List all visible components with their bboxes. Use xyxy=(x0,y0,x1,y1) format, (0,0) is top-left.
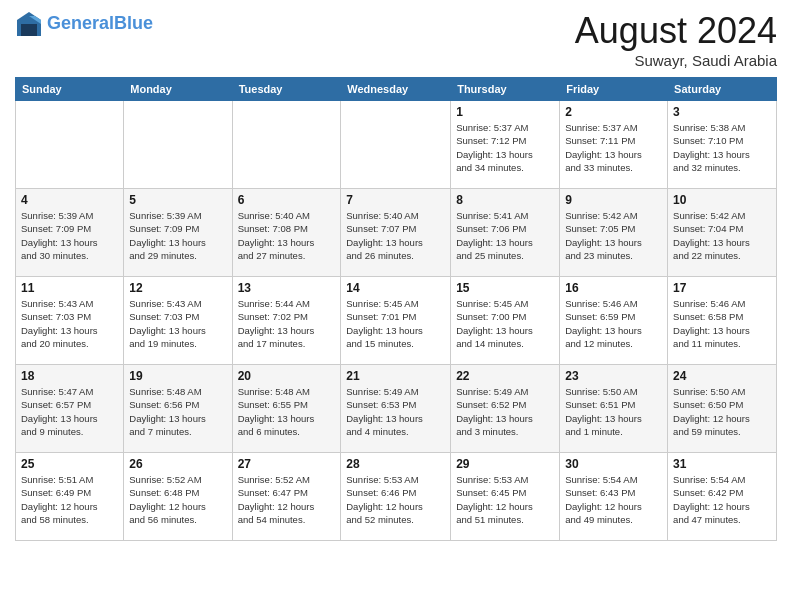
calendar-cell: 12Sunrise: 5:43 AM Sunset: 7:03 PM Dayli… xyxy=(124,277,232,365)
weekday-header-row: Sunday Monday Tuesday Wednesday Thursday… xyxy=(16,78,777,101)
day-number: 11 xyxy=(21,281,118,295)
day-number: 27 xyxy=(238,457,336,471)
week-row-3: 11Sunrise: 5:43 AM Sunset: 7:03 PM Dayli… xyxy=(16,277,777,365)
calendar-cell xyxy=(124,101,232,189)
header-friday: Friday xyxy=(560,78,668,101)
day-number: 13 xyxy=(238,281,336,295)
day-info: Sunrise: 5:39 AM Sunset: 7:09 PM Dayligh… xyxy=(21,209,118,262)
header-sunday: Sunday xyxy=(16,78,124,101)
calendar-cell: 29Sunrise: 5:53 AM Sunset: 6:45 PM Dayli… xyxy=(451,453,560,541)
day-info: Sunrise: 5:53 AM Sunset: 6:46 PM Dayligh… xyxy=(346,473,445,526)
day-number: 7 xyxy=(346,193,445,207)
day-number: 5 xyxy=(129,193,226,207)
day-number: 26 xyxy=(129,457,226,471)
day-info: Sunrise: 5:37 AM Sunset: 7:12 PM Dayligh… xyxy=(456,121,554,174)
logo: GeneralBlue xyxy=(15,10,153,38)
day-number: 8 xyxy=(456,193,554,207)
day-info: Sunrise: 5:44 AM Sunset: 7:02 PM Dayligh… xyxy=(238,297,336,350)
calendar-cell: 2Sunrise: 5:37 AM Sunset: 7:11 PM Daylig… xyxy=(560,101,668,189)
header-wednesday: Wednesday xyxy=(341,78,451,101)
day-info: Sunrise: 5:37 AM Sunset: 7:11 PM Dayligh… xyxy=(565,121,662,174)
day-info: Sunrise: 5:40 AM Sunset: 7:07 PM Dayligh… xyxy=(346,209,445,262)
header-tuesday: Tuesday xyxy=(232,78,341,101)
day-info: Sunrise: 5:42 AM Sunset: 7:04 PM Dayligh… xyxy=(673,209,771,262)
calendar-cell: 11Sunrise: 5:43 AM Sunset: 7:03 PM Dayli… xyxy=(16,277,124,365)
day-number: 4 xyxy=(21,193,118,207)
month-title: August 2024 xyxy=(575,10,777,52)
location-subtitle: Suwayr, Saudi Arabia xyxy=(575,52,777,69)
day-number: 31 xyxy=(673,457,771,471)
day-number: 9 xyxy=(565,193,662,207)
day-number: 12 xyxy=(129,281,226,295)
title-block: August 2024 Suwayr, Saudi Arabia xyxy=(575,10,777,69)
calendar-cell: 31Sunrise: 5:54 AM Sunset: 6:42 PM Dayli… xyxy=(668,453,777,541)
day-info: Sunrise: 5:49 AM Sunset: 6:52 PM Dayligh… xyxy=(456,385,554,438)
logo-text: GeneralBlue xyxy=(47,14,153,34)
calendar-cell: 17Sunrise: 5:46 AM Sunset: 6:58 PM Dayli… xyxy=(668,277,777,365)
day-info: Sunrise: 5:46 AM Sunset: 6:59 PM Dayligh… xyxy=(565,297,662,350)
day-info: Sunrise: 5:48 AM Sunset: 6:55 PM Dayligh… xyxy=(238,385,336,438)
logo-general: General xyxy=(47,13,114,33)
day-info: Sunrise: 5:54 AM Sunset: 6:42 PM Dayligh… xyxy=(673,473,771,526)
day-number: 22 xyxy=(456,369,554,383)
day-number: 30 xyxy=(565,457,662,471)
day-info: Sunrise: 5:53 AM Sunset: 6:45 PM Dayligh… xyxy=(456,473,554,526)
day-number: 19 xyxy=(129,369,226,383)
day-info: Sunrise: 5:45 AM Sunset: 7:01 PM Dayligh… xyxy=(346,297,445,350)
calendar-cell: 23Sunrise: 5:50 AM Sunset: 6:51 PM Dayli… xyxy=(560,365,668,453)
week-row-5: 25Sunrise: 5:51 AM Sunset: 6:49 PM Dayli… xyxy=(16,453,777,541)
calendar-cell: 14Sunrise: 5:45 AM Sunset: 7:01 PM Dayli… xyxy=(341,277,451,365)
day-info: Sunrise: 5:48 AM Sunset: 6:56 PM Dayligh… xyxy=(129,385,226,438)
day-number: 25 xyxy=(21,457,118,471)
day-number: 14 xyxy=(346,281,445,295)
day-number: 15 xyxy=(456,281,554,295)
calendar-cell: 13Sunrise: 5:44 AM Sunset: 7:02 PM Dayli… xyxy=(232,277,341,365)
page: GeneralBlue August 2024 Suwayr, Saudi Ar… xyxy=(0,0,792,551)
day-info: Sunrise: 5:38 AM Sunset: 7:10 PM Dayligh… xyxy=(673,121,771,174)
day-info: Sunrise: 5:50 AM Sunset: 6:51 PM Dayligh… xyxy=(565,385,662,438)
day-info: Sunrise: 5:50 AM Sunset: 6:50 PM Dayligh… xyxy=(673,385,771,438)
day-info: Sunrise: 5:54 AM Sunset: 6:43 PM Dayligh… xyxy=(565,473,662,526)
calendar-cell: 24Sunrise: 5:50 AM Sunset: 6:50 PM Dayli… xyxy=(668,365,777,453)
day-info: Sunrise: 5:51 AM Sunset: 6:49 PM Dayligh… xyxy=(21,473,118,526)
day-info: Sunrise: 5:52 AM Sunset: 6:48 PM Dayligh… xyxy=(129,473,226,526)
calendar-cell: 28Sunrise: 5:53 AM Sunset: 6:46 PM Dayli… xyxy=(341,453,451,541)
day-info: Sunrise: 5:46 AM Sunset: 6:58 PM Dayligh… xyxy=(673,297,771,350)
logo-icon xyxy=(15,10,43,38)
calendar-cell: 26Sunrise: 5:52 AM Sunset: 6:48 PM Dayli… xyxy=(124,453,232,541)
day-info: Sunrise: 5:52 AM Sunset: 6:47 PM Dayligh… xyxy=(238,473,336,526)
header-thursday: Thursday xyxy=(451,78,560,101)
calendar-cell: 6Sunrise: 5:40 AM Sunset: 7:08 PM Daylig… xyxy=(232,189,341,277)
week-row-2: 4Sunrise: 5:39 AM Sunset: 7:09 PM Daylig… xyxy=(16,189,777,277)
day-info: Sunrise: 5:42 AM Sunset: 7:05 PM Dayligh… xyxy=(565,209,662,262)
day-info: Sunrise: 5:43 AM Sunset: 7:03 PM Dayligh… xyxy=(21,297,118,350)
day-info: Sunrise: 5:39 AM Sunset: 7:09 PM Dayligh… xyxy=(129,209,226,262)
calendar-cell: 25Sunrise: 5:51 AM Sunset: 6:49 PM Dayli… xyxy=(16,453,124,541)
header-saturday: Saturday xyxy=(668,78,777,101)
calendar-cell xyxy=(341,101,451,189)
calendar-cell: 8Sunrise: 5:41 AM Sunset: 7:06 PM Daylig… xyxy=(451,189,560,277)
header: GeneralBlue August 2024 Suwayr, Saudi Ar… xyxy=(15,10,777,69)
calendar-cell xyxy=(232,101,341,189)
calendar-cell: 22Sunrise: 5:49 AM Sunset: 6:52 PM Dayli… xyxy=(451,365,560,453)
calendar-cell: 5Sunrise: 5:39 AM Sunset: 7:09 PM Daylig… xyxy=(124,189,232,277)
svg-rect-2 xyxy=(21,24,37,36)
week-row-4: 18Sunrise: 5:47 AM Sunset: 6:57 PM Dayli… xyxy=(16,365,777,453)
calendar-cell: 21Sunrise: 5:49 AM Sunset: 6:53 PM Dayli… xyxy=(341,365,451,453)
day-number: 24 xyxy=(673,369,771,383)
logo-blue: Blue xyxy=(114,13,153,33)
calendar-cell: 4Sunrise: 5:39 AM Sunset: 7:09 PM Daylig… xyxy=(16,189,124,277)
week-row-1: 1Sunrise: 5:37 AM Sunset: 7:12 PM Daylig… xyxy=(16,101,777,189)
day-info: Sunrise: 5:41 AM Sunset: 7:06 PM Dayligh… xyxy=(456,209,554,262)
day-number: 6 xyxy=(238,193,336,207)
day-info: Sunrise: 5:45 AM Sunset: 7:00 PM Dayligh… xyxy=(456,297,554,350)
calendar-cell: 3Sunrise: 5:38 AM Sunset: 7:10 PM Daylig… xyxy=(668,101,777,189)
day-info: Sunrise: 5:47 AM Sunset: 6:57 PM Dayligh… xyxy=(21,385,118,438)
day-info: Sunrise: 5:43 AM Sunset: 7:03 PM Dayligh… xyxy=(129,297,226,350)
day-number: 21 xyxy=(346,369,445,383)
day-number: 2 xyxy=(565,105,662,119)
day-number: 18 xyxy=(21,369,118,383)
day-number: 16 xyxy=(565,281,662,295)
calendar-cell: 27Sunrise: 5:52 AM Sunset: 6:47 PM Dayli… xyxy=(232,453,341,541)
day-number: 29 xyxy=(456,457,554,471)
